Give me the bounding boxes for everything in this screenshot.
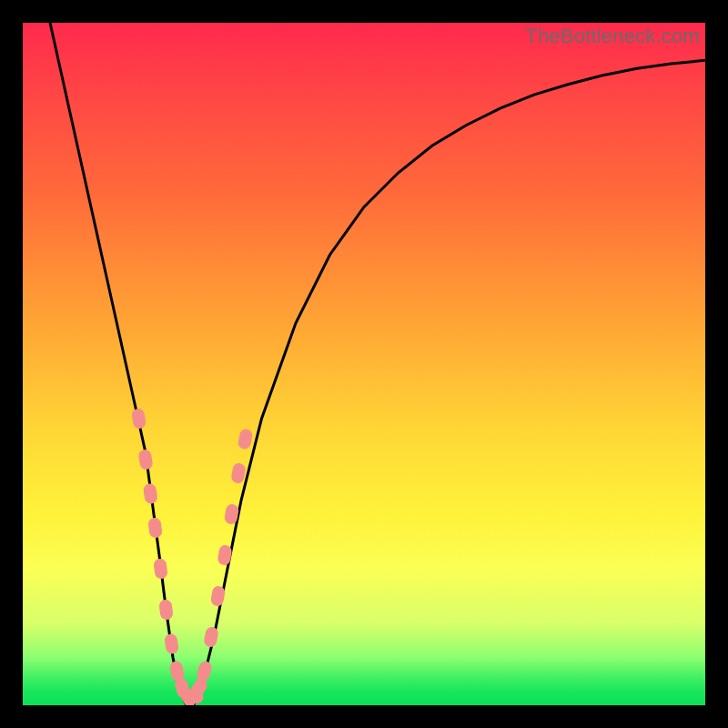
- curve-marker: [195, 660, 213, 682]
- curve-layer: [23, 23, 705, 705]
- curve-marker: [153, 558, 168, 580]
- curve-marker: [237, 428, 253, 450]
- curve-marker: [230, 462, 246, 484]
- marker-group: [131, 408, 254, 705]
- curve-marker: [203, 626, 219, 648]
- curve-marker: [137, 449, 153, 470]
- curve-marker: [143, 483, 158, 505]
- curve-marker: [147, 517, 163, 539]
- curve-marker: [217, 544, 232, 566]
- curve-marker: [131, 408, 147, 430]
- plot-frame: TheBottleneck.com: [23, 23, 705, 705]
- watermark-text: TheBottleneck.com: [525, 25, 700, 48]
- curve-marker: [164, 633, 179, 655]
- bottleneck-curve-path: [50, 23, 705, 705]
- curve-marker: [158, 599, 174, 621]
